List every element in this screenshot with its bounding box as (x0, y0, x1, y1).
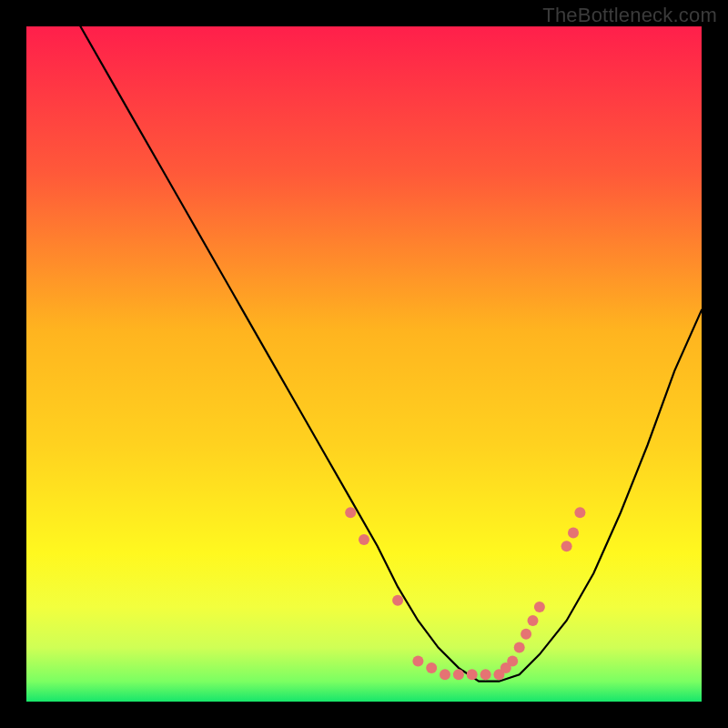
marker-dot (534, 602, 545, 612)
marker-dot (480, 669, 491, 680)
marker-dot (392, 595, 403, 606)
marker-dot (521, 629, 531, 640)
marker-dot (574, 507, 585, 518)
marker-dot (440, 669, 450, 680)
marker-dot (426, 662, 437, 673)
marker-dot (412, 656, 423, 667)
attribution-text: TheBottleneck.com (542, 4, 717, 27)
marker-dot (507, 656, 518, 667)
marker-dot (561, 541, 572, 551)
marker-dot (359, 534, 369, 545)
marker-dot (528, 615, 539, 626)
bottleneck-curve-line (80, 26, 702, 682)
marker-dot (568, 528, 579, 539)
chart-series (80, 26, 702, 682)
marker-dot (514, 642, 525, 653)
marker-dot (467, 669, 478, 680)
marker-dots (345, 507, 585, 680)
bottleneck-chart (26, 26, 702, 702)
marker-dot (453, 669, 464, 680)
plot-frame (26, 26, 702, 702)
marker-dot (345, 507, 356, 518)
